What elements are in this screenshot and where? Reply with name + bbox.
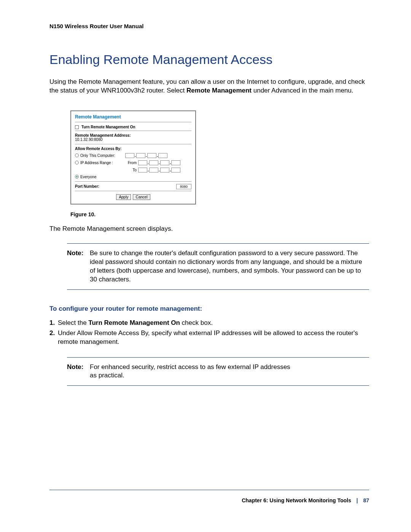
ip-octet-input[interactable] <box>138 160 147 165</box>
ip-octet-input[interactable] <box>160 168 169 173</box>
step-number: 1. <box>49 319 58 328</box>
procedure-subhead: To configure your router for remote mana… <box>49 305 369 313</box>
panel-title: Remote Management <box>75 114 191 120</box>
ip-octet-input[interactable] <box>149 160 158 165</box>
intro-paragraph: Using the Remote Management feature, you… <box>49 78 369 95</box>
address-label: Remote Management Address: <box>75 133 191 137</box>
step-number: 2. <box>49 329 58 347</box>
figure-caption: Figure 10. <box>70 211 369 217</box>
note-block-1: Note: Be sure to change the router's def… <box>67 243 369 290</box>
ip-octet-input[interactable] <box>147 153 156 158</box>
ip-range-label: IP Address Range : <box>80 161 125 165</box>
everyone-label: Everyone <box>80 175 96 179</box>
from-label: From <box>125 161 137 165</box>
ip-range-to-row: To . . . <box>125 168 191 173</box>
note2-line2: as practical. <box>90 372 124 379</box>
step-pre: Select the <box>58 319 88 326</box>
only-this-label: Only This Computer: <box>80 153 125 158</box>
body-line: The Remote Management screen displays. <box>49 225 369 233</box>
ip-octet-input[interactable] <box>160 160 169 165</box>
steps-list: 1. Select the Turn Remote Management On … <box>49 319 369 347</box>
footer-rule <box>49 490 369 490</box>
note2-line1: For enhanced security, restrict access t… <box>90 363 290 371</box>
step-post: check box. <box>180 319 213 326</box>
to-label: To <box>125 168 137 172</box>
ip-range-row: IP Address Range : From . . . <box>75 160 191 165</box>
intro-bold: Remote Management <box>186 87 252 94</box>
port-input[interactable]: 8080 <box>176 184 191 189</box>
ip-octet-input[interactable] <box>158 153 167 158</box>
ip-octet-input[interactable] <box>125 153 134 158</box>
ip-octet-input[interactable] <box>138 168 147 173</box>
ip-octet-input[interactable] <box>136 153 145 158</box>
only-this-radio[interactable] <box>75 153 79 157</box>
step-pre: Under Allow Remote Access By, specify wh… <box>58 329 358 345</box>
ip-octet-input[interactable] <box>171 168 180 173</box>
address-value: 10.1.32.90:8080 <box>75 137 191 142</box>
note-label: Note: <box>67 249 90 284</box>
intro-post: under Advanced in the main menu. <box>252 87 353 94</box>
step-bold: Turn Remote Management On <box>88 319 180 326</box>
everyone-radio[interactable] <box>75 175 79 179</box>
remote-management-panel: Remote Management Turn Remote Management… <box>70 110 196 204</box>
footer-separator: | <box>357 497 358 503</box>
turn-on-label: Turn Remote Management On <box>81 125 135 129</box>
page-footer: Chapter 6: Using Network Monitoring Tool… <box>242 497 369 503</box>
ip-octet-input[interactable] <box>171 160 180 165</box>
ip-octet-input[interactable] <box>149 168 158 173</box>
ip-range-radio[interactable] <box>75 161 79 165</box>
note-body: Be sure to change the router's default c… <box>90 249 369 284</box>
document-header: N150 Wireless Router User Manual <box>49 23 369 29</box>
step-item: 2. Under Allow Remote Access By, specify… <box>49 329 369 347</box>
step-item: 1. Select the Turn Remote Management On … <box>49 319 369 328</box>
note-body: For enhanced security, restrict access t… <box>90 363 369 380</box>
turn-on-checkbox[interactable] <box>75 125 79 129</box>
apply-button[interactable]: Apply <box>116 194 131 200</box>
section-title: Enabling Remote Management Access <box>49 52 369 67</box>
footer-page-number: 87 <box>363 497 369 503</box>
only-this-row: Only This Computer: . . . <box>75 153 191 158</box>
note-block-2: Note: For enhanced security, restrict ac… <box>67 357 369 386</box>
port-label: Port Number: <box>75 184 99 189</box>
footer-chapter: Chapter 6: Using Network Monitoring Tool… <box>242 497 351 503</box>
allow-label: Allow Remote Access By: <box>75 147 191 151</box>
cancel-button[interactable]: Cancel <box>133 194 150 200</box>
note-label: Note: <box>67 363 90 380</box>
everyone-row: Everyone <box>75 175 191 179</box>
